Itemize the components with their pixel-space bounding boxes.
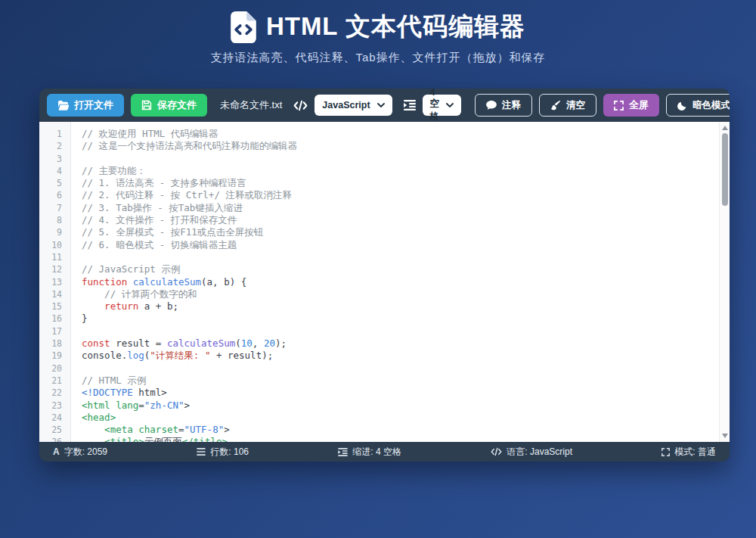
clear-label: 清空 [566, 99, 585, 112]
code-editor[interactable]: 1234567891011121314151617181920212223242… [39, 122, 730, 442]
code-line: // 这是一个支持语法高亮和代码注释功能的编辑器 [82, 140, 730, 152]
clear-button[interactable]: 清空 [539, 94, 596, 117]
filename-label: 未命名文件.txt [220, 98, 282, 112]
line-number: 3 [39, 153, 70, 165]
toolbar: 打开文件 保存文件 未命名文件.txt JavaScript [39, 89, 730, 122]
code-line: <head> [82, 412, 730, 424]
status-language: 语言: JavaScript [491, 446, 572, 459]
code-line: return a + b; [82, 300, 730, 313]
line-number: 7 [39, 202, 70, 214]
line-number: 26 [39, 436, 70, 442]
line-number: 17 [39, 325, 70, 337]
status-line-count: 行数: 106 [197, 446, 249, 459]
line-number: 19 [39, 350, 70, 362]
code-line: // 2. 代码注释 - 按 Ctrl+/ 注释或取消注释 [82, 189, 730, 201]
dark-mode-button[interactable]: 暗色模式 [666, 94, 730, 117]
folder-open-icon [57, 101, 69, 110]
status-line-count-text: 行数: 106 [210, 446, 249, 459]
line-number: 22 [39, 387, 70, 399]
code-line: <!DOCTYPE html> [82, 387, 730, 399]
fullscreen-label: 全屏 [629, 98, 649, 112]
fullscreen-button[interactable]: 全屏 [603, 94, 659, 117]
line-number: 18 [39, 337, 70, 350]
code-slash-icon [293, 100, 308, 111]
line-number: 21 [39, 375, 70, 387]
chevron-down-icon [446, 103, 454, 107]
language-select-value: JavaScript [322, 100, 370, 110]
brush-icon [550, 100, 561, 110]
indent-icon [338, 448, 348, 456]
code-line: // 主要功能： [82, 165, 730, 177]
comment-button[interactable]: 注释 [475, 94, 532, 117]
code-slash-icon [491, 447, 502, 456]
code-line: } [82, 313, 730, 325]
code-line: function calculateSum(a, b) { [82, 276, 730, 288]
indent-select[interactable]: 4 空格 [423, 95, 462, 116]
code-line: // 5. 全屏模式 - 按F11或点击全屏按钮 [82, 226, 730, 238]
line-number: 12 [39, 263, 70, 275]
language-select[interactable]: JavaScript [314, 95, 392, 116]
file-code-icon [231, 11, 256, 43]
dark-mode-label: 暗色模式 [692, 99, 730, 112]
status-language-text: 语言: JavaScript [507, 446, 572, 459]
line-number: 9 [39, 226, 70, 238]
code-line: // HTML 示例 [82, 375, 730, 387]
scroll-down-arrow[interactable] [722, 434, 728, 438]
code-lines[interactable]: // 欢迎使用 HTML 代码编辑器// 这是一个支持语法高亮和代码注释功能的编… [71, 122, 730, 442]
speech-bubble-icon [486, 101, 497, 110]
line-number: 14 [39, 288, 70, 300]
line-number: 20 [39, 362, 70, 375]
expand-icon [662, 448, 670, 456]
status-mode-text: 模式: 普通 [674, 446, 716, 459]
line-number: 11 [39, 251, 70, 263]
save-file-label: 保存文件 [157, 98, 197, 112]
line-number: 4 [39, 165, 70, 177]
code-line [82, 325, 730, 337]
indent-icon [404, 100, 416, 110]
line-number: 10 [39, 239, 70, 251]
line-number: 15 [39, 300, 70, 313]
code-line: <title>示例页面</title> [82, 436, 730, 442]
indent-select-value: 4 空格 [430, 89, 440, 123]
expand-icon [614, 101, 624, 110]
status-word-count-text: 字数: 2059 [64, 446, 107, 459]
moon-icon [677, 101, 687, 110]
status-mode: 模式: 普通 [662, 446, 716, 459]
code-line: // 3. Tab操作 - 按Tab键插入缩进 [82, 202, 730, 214]
status-indent: 缩进: 4 空格 [338, 446, 401, 459]
line-number: 8 [39, 214, 70, 226]
status-bar: A 字数: 2059 行数: 106 缩进: 4 空格 [39, 442, 730, 462]
code-line [82, 153, 730, 165]
status-word-count: A 字数: 2059 [53, 446, 107, 459]
scroll-up-arrow[interactable] [722, 126, 728, 130]
editor-panel: 打开文件 保存文件 未命名文件.txt JavaScript [39, 89, 730, 462]
code-line: // 计算两个数字的和 [82, 288, 730, 300]
line-number: 23 [39, 400, 70, 412]
code-line: // 1. 语法高亮 - 支持多种编程语言 [82, 177, 730, 189]
font-icon: A [53, 446, 60, 457]
page-title: HTML 文本代码编辑器 [266, 10, 525, 44]
chevron-down-icon [377, 103, 385, 107]
line-number: 6 [39, 189, 70, 201]
line-number: 5 [39, 177, 70, 189]
code-line: console.log("计算结果: " + result); [82, 350, 730, 362]
line-numbers: 1234567891011121314151617181920212223242… [39, 122, 71, 442]
line-number: 2 [39, 140, 70, 152]
code-line [82, 251, 730, 263]
code-line: // 欢迎使用 HTML 代码编辑器 [82, 128, 730, 140]
editor-scrollbar[interactable] [719, 122, 730, 442]
save-file-button[interactable]: 保存文件 [131, 94, 207, 117]
code-line [82, 362, 730, 375]
save-icon [141, 100, 152, 110]
line-number: 24 [39, 412, 70, 424]
code-line: // 4. 文件操作 - 打开和保存文件 [82, 214, 730, 226]
open-file-button[interactable]: 打开文件 [47, 94, 124, 117]
code-line: // 6. 暗色模式 - 切换编辑器主题 [82, 239, 730, 251]
scrollbar-thumb[interactable] [722, 133, 728, 206]
lines-icon [197, 448, 206, 456]
status-indent-text: 缩进: 4 空格 [352, 446, 401, 459]
code-line: const result = calculateSum(10, 20); [82, 337, 730, 350]
code-line: // JavaScript 示例 [82, 263, 730, 275]
line-number: 25 [39, 424, 70, 436]
line-number: 13 [39, 276, 70, 288]
